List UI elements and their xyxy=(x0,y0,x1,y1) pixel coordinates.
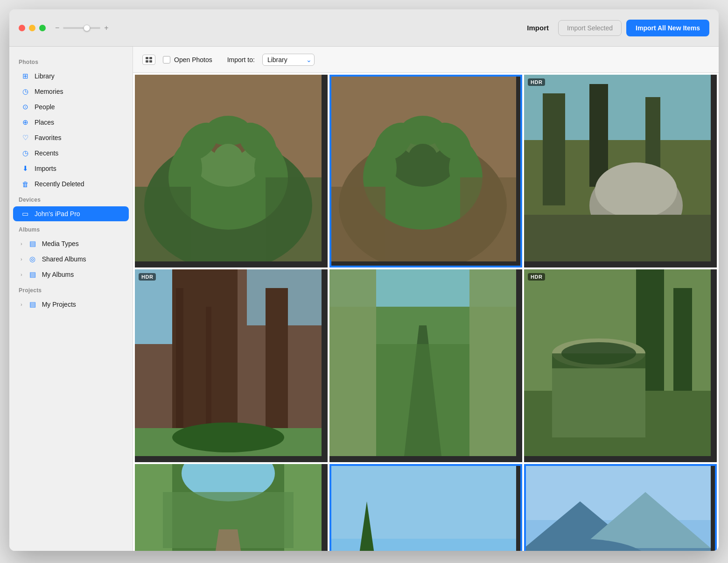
photo-cell[interactable] xyxy=(329,75,522,267)
sidebar-item-my-projects[interactable]: ›▤My Projects xyxy=(13,297,129,312)
sidebar-item-recents[interactable]: ◷Recents xyxy=(13,146,129,161)
photo-image xyxy=(135,464,328,551)
photo-image xyxy=(524,464,717,551)
svg-rect-43 xyxy=(524,215,711,261)
svg-point-17 xyxy=(213,144,243,174)
sidebar-item-my-albums[interactable]: ›▤My Albums xyxy=(13,267,129,282)
import-to-select[interactable]: Library New Album xyxy=(262,54,315,66)
svg-rect-83 xyxy=(524,464,711,520)
photo-cell[interactable]: HDR xyxy=(524,75,717,267)
photo-cell[interactable]: HDR xyxy=(135,269,328,462)
sidebar-item-label-shared-albums: Shared Albums xyxy=(42,255,121,263)
maximize-button[interactable] xyxy=(39,25,46,31)
sidebar-item-label-places: Places xyxy=(35,119,121,126)
zoom-minus-button[interactable]: − xyxy=(55,24,59,32)
photo-cell[interactable] xyxy=(329,464,522,551)
sidebar-item-label-favorites: Favorites xyxy=(35,134,121,141)
sidebar-item-media-types[interactable]: ›▤Media Types xyxy=(13,236,129,251)
svg-rect-49 xyxy=(206,307,211,437)
svg-rect-39 xyxy=(589,84,608,187)
sidebar-item-label-library: Library xyxy=(35,72,121,80)
svg-rect-61 xyxy=(673,288,692,400)
svg-rect-18 xyxy=(135,187,191,261)
photo-image xyxy=(524,75,717,267)
sidebar-item-label-recently-deleted: Recently Deleted xyxy=(35,180,121,188)
recents-icon: ◷ xyxy=(21,148,30,158)
photo-image xyxy=(329,75,522,267)
svg-rect-58 xyxy=(376,344,469,456)
close-button[interactable] xyxy=(19,25,25,31)
sidebar-item-label-memories: Memories xyxy=(35,88,121,95)
imports-icon: ⬇ xyxy=(21,164,30,173)
open-photos-label: Open Photos xyxy=(174,56,212,63)
photo-cell[interactable]: HDR xyxy=(524,269,717,462)
main-layout: Photos⊞Library◷Memories⊙People⊕Places♡Fa… xyxy=(9,47,719,551)
import-to-label: Import to: xyxy=(227,56,255,63)
zoom-thumb xyxy=(84,25,90,31)
chevron-right-icon: › xyxy=(21,272,22,277)
photo-cell[interactable] xyxy=(329,269,522,462)
my-albums-icon: ▤ xyxy=(28,270,37,279)
chevron-right-icon: › xyxy=(21,241,22,246)
svg-point-52 xyxy=(172,422,284,452)
sidebar-item-label-people: People xyxy=(35,103,121,111)
photo-cell[interactable] xyxy=(524,464,717,551)
sidebar-section-photos: Photos xyxy=(9,54,133,68)
import-selected-button[interactable]: Import Selected xyxy=(558,20,622,36)
sidebar-section-devices: Devices xyxy=(9,192,133,206)
sidebar-item-people[interactable]: ⊙People xyxy=(13,99,129,114)
grid-view-button[interactable] xyxy=(142,55,155,65)
photo-cell[interactable] xyxy=(135,75,328,267)
photo-image xyxy=(329,269,522,462)
sidebar-item-places[interactable]: ⊕Places xyxy=(13,115,129,130)
svg-rect-34 xyxy=(329,187,385,261)
sidebar-item-label-my-albums: My Albums xyxy=(42,271,121,278)
sidebar-item-memories[interactable]: ◷Memories xyxy=(13,84,129,99)
chevron-right-icon: › xyxy=(21,302,22,307)
library-icon: ⊞ xyxy=(21,71,30,81)
app-window: − + Import Import Selected Import All Ne… xyxy=(9,9,719,551)
svg-point-42 xyxy=(595,162,677,218)
window-title: Import xyxy=(527,24,549,32)
hdr-badge: HDR xyxy=(139,273,156,281)
zoom-controls: − + xyxy=(55,24,109,32)
sidebar-item-favorites[interactable]: ♡Favorites xyxy=(13,130,129,145)
zoom-slider[interactable] xyxy=(63,27,100,29)
svg-rect-2 xyxy=(146,60,148,63)
svg-rect-56 xyxy=(469,269,516,456)
svg-rect-3 xyxy=(149,60,152,63)
sidebar-item-shared-albums[interactable]: ›◎Shared Albums xyxy=(13,252,129,267)
sidebar-item-label-recents: Recents xyxy=(35,149,121,157)
sidebar: Photos⊞Library◷Memories⊙People⊕Places♡Fa… xyxy=(9,47,133,551)
sidebar-item-ipad-pro[interactable]: ▭John's iPad Pro xyxy=(13,206,129,221)
photo-image xyxy=(135,75,328,267)
hdr-badge: HDR xyxy=(528,273,545,281)
sidebar-item-imports[interactable]: ⬇Imports xyxy=(13,161,129,176)
memories-icon: ◷ xyxy=(21,87,30,96)
media-types-icon: ▤ xyxy=(28,239,37,248)
traffic-lights xyxy=(19,25,46,31)
sidebar-item-label-media-types: Media Types xyxy=(42,240,121,247)
photo-cell[interactable] xyxy=(135,464,328,551)
photo-grid-container[interactable]: HDRHDRHDR xyxy=(133,73,719,551)
sidebar-item-recently-deleted[interactable]: 🗑Recently Deleted xyxy=(13,176,129,191)
svg-rect-38 xyxy=(543,93,565,205)
minimize-button[interactable] xyxy=(29,25,35,31)
chevron-right-icon: › xyxy=(21,256,22,262)
zoom-plus-button[interactable]: + xyxy=(104,24,108,32)
ipad-pro-icon: ▭ xyxy=(21,209,30,218)
svg-point-33 xyxy=(408,144,438,174)
open-photos-checkbox-label[interactable]: Open Photos xyxy=(163,56,212,63)
svg-rect-55 xyxy=(329,269,376,456)
people-icon: ⊙ xyxy=(21,102,30,112)
photo-image xyxy=(524,269,717,462)
sidebar-item-library[interactable]: ⊞Library xyxy=(13,69,129,84)
titlebar: − + Import Import Selected Import All Ne… xyxy=(9,9,719,47)
open-photos-checkbox[interactable] xyxy=(163,56,170,63)
favorites-icon: ♡ xyxy=(21,133,30,142)
svg-rect-1 xyxy=(149,57,152,59)
import-all-button[interactable]: Import All New Items xyxy=(626,20,709,36)
svg-rect-66 xyxy=(552,353,645,368)
svg-rect-48 xyxy=(176,288,183,437)
shared-albums-icon: ◎ xyxy=(28,254,37,264)
